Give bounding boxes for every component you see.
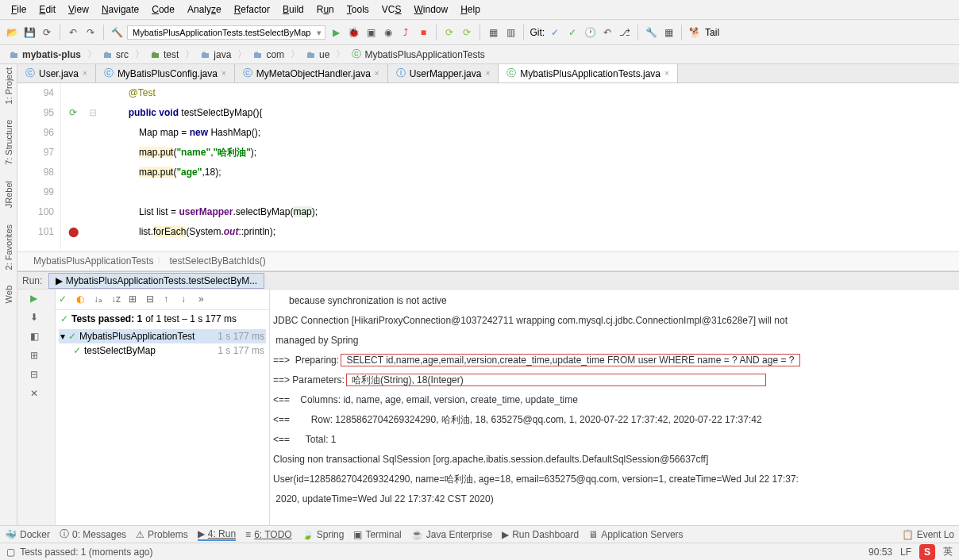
sort2-icon[interactable]: ↓z xyxy=(111,293,124,306)
attach-icon[interactable]: ⤴ xyxy=(399,25,413,40)
tool-eventlog[interactable]: 📋 Event Lo xyxy=(902,529,954,540)
tail-icon[interactable]: 🐕 xyxy=(687,25,702,40)
sort-icon[interactable]: ↓ₐ xyxy=(94,293,106,306)
run-tab[interactable]: ▶ MybatisPlusApplicationTests.testSelect… xyxy=(48,273,264,289)
refresh-icon[interactable]: ⟳ xyxy=(40,25,54,40)
search-icon[interactable]: 🔧 xyxy=(644,25,658,40)
crumb-test[interactable]: 🖿test xyxy=(146,48,183,61)
code-body[interactable]: @Test public void testSelectByMap(){ Map… xyxy=(101,83,959,251)
layout2-icon[interactable]: ▥ xyxy=(503,25,518,40)
layout-icon[interactable]: ⊟ xyxy=(30,369,43,382)
tree-child[interactable]: ✓ testSelectByMap1 s 177 ms xyxy=(59,343,266,358)
close-icon[interactable]: × xyxy=(83,69,87,78)
prev-icon[interactable]: ↑ xyxy=(164,293,176,306)
tool-appservers[interactable]: 🖥 Application Servers xyxy=(588,529,683,540)
tool-todo[interactable]: ≡ 6: TODO xyxy=(245,529,292,540)
tool-favorites[interactable]: 2: Favorites xyxy=(4,224,13,270)
pin-icon[interactable]: ⊞ xyxy=(30,350,43,362)
collapse-icon[interactable]: ⊟ xyxy=(146,293,159,306)
run-icon[interactable]: ▶ xyxy=(329,25,343,40)
tool-web[interactable]: Web xyxy=(4,286,13,303)
tool-spring[interactable]: 🍃 Spring xyxy=(302,529,345,540)
run-config-combo[interactable]: MybatisPlusApplicationTests.testSelectBy… xyxy=(127,25,325,40)
tool-docker[interactable]: 🐳 Docker xyxy=(5,529,50,540)
stop-icon[interactable]: ◧ xyxy=(30,331,43,343)
breakpoint-icon[interactable]: ⬤ xyxy=(61,222,85,242)
crumb-method[interactable]: testSelectByBatchIds() xyxy=(169,255,265,267)
crumb-java[interactable]: 🖿java xyxy=(196,48,236,61)
close-icon[interactable]: × xyxy=(375,69,379,78)
menu-edit[interactable]: Edit xyxy=(33,2,62,17)
tool-rundash[interactable]: ▶ Run Dashboard xyxy=(502,529,579,540)
crumb-root[interactable]: 🖿mybatis-plus xyxy=(5,48,86,61)
test-tree[interactable]: ▾ ✓ MybatisPlusApplicationTest1 s 177 ms… xyxy=(56,328,269,359)
debug-icon[interactable]: 🐞 xyxy=(346,25,360,40)
tab-config[interactable]: ⓒMyBatisPlusConfig.java× xyxy=(96,64,235,82)
rerun-icon[interactable]: ▶ xyxy=(30,293,43,305)
menu-tools[interactable]: Tools xyxy=(341,2,376,17)
tab-mapper[interactable]: ⒾUserMapper.java× xyxy=(388,64,499,82)
settings-icon[interactable]: ▦ xyxy=(661,25,676,40)
show-passed-icon[interactable]: ✓ xyxy=(59,293,71,306)
redo-icon[interactable]: ↷ xyxy=(83,25,98,40)
git-update-icon[interactable]: ✓ xyxy=(548,25,562,40)
menu-run[interactable]: Run xyxy=(310,2,341,17)
crumb-class[interactable]: MybatisPlusApplicationTests xyxy=(33,255,153,267)
expand-icon[interactable]: ⊞ xyxy=(129,293,141,306)
menu-build[interactable]: Build xyxy=(276,2,310,17)
git-commit-icon[interactable]: ✓ xyxy=(565,25,580,40)
tool-project[interactable]: 1: Project xyxy=(4,67,13,104)
hammer-icon[interactable]: 🔨 xyxy=(110,25,124,40)
undo-icon[interactable]: ↶ xyxy=(66,25,80,40)
next-icon[interactable]: ↓ xyxy=(181,293,194,306)
close-icon[interactable]: × xyxy=(664,69,669,78)
menu-code[interactable]: Code xyxy=(145,2,181,17)
menu-refactor[interactable]: Refactor xyxy=(228,2,276,17)
crumb-ue[interactable]: 🖿ue xyxy=(302,48,334,61)
ime-icon[interactable]: S xyxy=(919,544,935,560)
menu-help[interactable]: Help xyxy=(454,2,487,17)
tool-messages[interactable]: ⓘ 0: Messages xyxy=(60,527,126,541)
tool-jee[interactable]: ☕ Java Enterprise xyxy=(411,529,492,540)
jrebel2-icon[interactable]: ⟳ xyxy=(460,25,474,40)
export-icon[interactable]: » xyxy=(198,293,211,306)
coverage-icon[interactable]: ▣ xyxy=(364,25,378,40)
tree-root[interactable]: ▾ ✓ MybatisPlusApplicationTest1 s 177 ms xyxy=(59,329,266,343)
layout-icon[interactable]: ▦ xyxy=(486,25,500,40)
code-editor[interactable]: 949596979899100101 ⟳ ⬤ ⊟ @Test public vo… xyxy=(17,83,959,251)
crumb-src[interactable]: 🖿src xyxy=(98,48,133,61)
show-ignored-icon[interactable]: ◐ xyxy=(76,293,89,306)
tool-jrebel[interactable]: JRebel xyxy=(4,181,13,208)
menu-file[interactable]: File xyxy=(5,2,33,17)
run-gutter-icon[interactable]: ⟳ xyxy=(61,103,85,123)
open-icon[interactable]: 📂 xyxy=(5,25,19,40)
tool-problems[interactable]: ⚠ Problems xyxy=(136,529,188,540)
menu-analyze[interactable]: Analyze xyxy=(181,2,228,17)
tab-handler[interactable]: ⓒMyMetaObjectHandler.java× xyxy=(235,64,388,82)
menu-view[interactable]: View xyxy=(62,2,95,17)
console-output[interactable]: because synchronization is not activeJDB… xyxy=(270,290,959,525)
tab-user[interactable]: ⓒUser.java× xyxy=(17,64,96,82)
crumb-com[interactable]: 🖿com xyxy=(248,48,289,61)
menu-vcs[interactable]: VCS xyxy=(376,2,408,17)
toggle-icon[interactable]: ⬇ xyxy=(30,312,43,324)
jrebel-icon[interactable]: ⟳ xyxy=(442,25,456,40)
square-icon[interactable]: ▢ xyxy=(6,547,15,558)
save-icon[interactable]: 💾 xyxy=(22,25,37,40)
close-icon[interactable]: × xyxy=(485,69,490,78)
menu-window[interactable]: Window xyxy=(407,2,454,17)
line-sep[interactable]: LF xyxy=(900,547,911,558)
tool-structure[interactable]: 7: Structure xyxy=(4,120,13,165)
tab-tests[interactable]: ⓒMybatisPlusApplicationTests.java× xyxy=(499,64,678,82)
profiler-icon[interactable]: ◉ xyxy=(381,25,395,40)
close-icon[interactable]: ✕ xyxy=(30,388,43,401)
stop-icon[interactable]: ■ xyxy=(416,25,430,40)
ime-lang[interactable]: 英 xyxy=(943,545,953,558)
git-history-icon[interactable]: 🕐 xyxy=(583,25,597,40)
close-icon[interactable]: × xyxy=(221,69,226,78)
crumb-class[interactable]: ⓒMybatisPlusApplicationTests xyxy=(347,47,489,62)
tool-run[interactable]: ▶ 4: Run xyxy=(198,528,236,541)
menu-navigate[interactable]: Navigate xyxy=(95,2,145,17)
git-revert-icon[interactable]: ↶ xyxy=(600,25,614,40)
git-branch-icon[interactable]: ⎇ xyxy=(618,25,632,40)
